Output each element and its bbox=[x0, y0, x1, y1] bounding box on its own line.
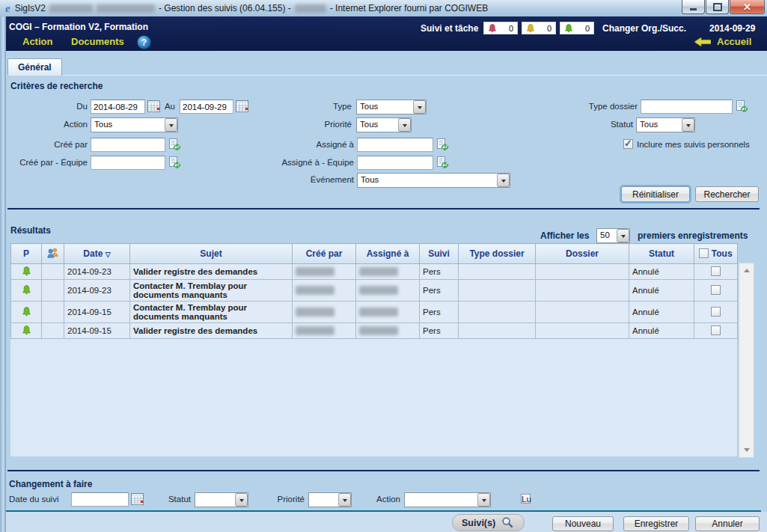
statut-dropdown[interactable]: Tous bbox=[636, 117, 695, 132]
counter-green[interactable]: 0 bbox=[560, 22, 594, 34]
table-row[interactable]: 2014-09-15 Contacter M. Tremblay pour do… bbox=[11, 302, 738, 323]
dropdown-arrow-icon[interactable] bbox=[617, 229, 629, 242]
dropdown-arrow-icon[interactable] bbox=[165, 118, 177, 132]
menu-documents[interactable]: Documents bbox=[71, 36, 124, 47]
col-statut[interactable]: Statut bbox=[629, 244, 694, 264]
close-button[interactable]: ✕ bbox=[730, 0, 765, 14]
calendar-icon[interactable] bbox=[147, 100, 160, 112]
cell-sujet[interactable]: Valider registre des demandes bbox=[130, 323, 293, 339]
cell-cree-par bbox=[293, 264, 356, 280]
display-count-dropdown[interactable]: 50 bbox=[596, 228, 630, 243]
col-cree-par[interactable]: Créé par bbox=[293, 244, 356, 264]
cree-par-equipe-input[interactable] bbox=[91, 156, 165, 170]
change-statut-label: Statut bbox=[152, 495, 191, 504]
cree-par-equipe-label: Créé par - Équipe bbox=[6, 158, 88, 167]
change-action-label: Action bbox=[367, 495, 400, 504]
row-checkbox[interactable] bbox=[711, 307, 721, 317]
results-tbody: 2014-09-23 Valider registre des demandes… bbox=[11, 264, 738, 339]
du-input[interactable] bbox=[91, 100, 145, 114]
section-divider bbox=[7, 470, 760, 471]
counter-red[interactable]: 0 bbox=[483, 22, 518, 34]
dropdown-arrow-icon[interactable] bbox=[398, 118, 411, 132]
scroll-up-icon[interactable] bbox=[741, 265, 752, 276]
application-window: e SigIsV2 - Gestion des suivis (06.04.15… bbox=[0, 0, 767, 532]
counter-yellow[interactable]: 0 bbox=[522, 22, 556, 34]
action-dropdown[interactable]: Tous bbox=[91, 117, 178, 132]
au-input[interactable] bbox=[180, 100, 233, 114]
priorite-dropdown[interactable]: Tous bbox=[356, 117, 412, 132]
tab-general[interactable]: Général bbox=[7, 58, 62, 76]
results-scrollbar[interactable] bbox=[739, 263, 754, 458]
cree-par-input[interactable] bbox=[91, 138, 165, 152]
change-org-link[interactable]: Changer Org./Succ. bbox=[602, 23, 686, 34]
back-arrow-icon[interactable] bbox=[694, 37, 711, 46]
scroll-down-icon[interactable] bbox=[741, 444, 752, 456]
help-icon[interactable]: ? bbox=[137, 35, 151, 49]
assigne-input[interactable] bbox=[357, 138, 433, 152]
col-suivi[interactable]: Suivi bbox=[420, 244, 459, 264]
col-assignee-icon[interactable] bbox=[42, 244, 64, 264]
col-p[interactable]: P bbox=[11, 244, 42, 264]
dropdown-arrow-icon[interactable] bbox=[338, 493, 351, 507]
dropdown-arrow-icon[interactable] bbox=[235, 493, 248, 507]
redacted-text bbox=[296, 286, 334, 295]
col-dossier[interactable]: Dossier bbox=[536, 244, 629, 264]
calendar-icon[interactable] bbox=[131, 493, 144, 505]
lookup-icon[interactable] bbox=[168, 156, 181, 168]
search-button[interactable]: Rechercher bbox=[695, 186, 759, 202]
lookup-icon[interactable] bbox=[168, 138, 181, 150]
lookup-icon[interactable] bbox=[436, 156, 449, 168]
dropdown-arrow-icon[interactable] bbox=[497, 174, 510, 187]
title-module-name: - Gestion des suivis (06.04.155) - bbox=[159, 3, 291, 13]
dropdown-arrow-icon[interactable] bbox=[413, 100, 426, 114]
redacted-text bbox=[295, 4, 326, 13]
lookup-icon[interactable] bbox=[736, 100, 748, 112]
calendar-icon[interactable] bbox=[236, 100, 248, 112]
type-dossier-input[interactable] bbox=[641, 100, 733, 114]
window-left-frame[interactable] bbox=[0, 16, 6, 532]
cell-sujet[interactable]: Contacter M. Tremblay pour documents man… bbox=[130, 280, 293, 302]
minimize-button[interactable] bbox=[682, 0, 705, 14]
col-sujet[interactable]: Sujet bbox=[130, 244, 293, 264]
evenement-label: Événement bbox=[272, 175, 354, 184]
select-all-checkbox[interactable] bbox=[699, 248, 709, 258]
evenement-dropdown[interactable]: Tous bbox=[357, 173, 510, 188]
include-personal-label: Inclure mes suivis personnels bbox=[637, 140, 750, 149]
cancel-button[interactable]: Annuler bbox=[695, 516, 760, 531]
col-type-dossier[interactable]: Type dossier bbox=[459, 244, 536, 264]
window-titlebar[interactable]: e SigIsV2 - Gestion des suivis (06.04.15… bbox=[0, 0, 767, 17]
suivis-button[interactable]: Suivi(s) bbox=[452, 514, 525, 531]
row-checkbox[interactable] bbox=[711, 325, 721, 335]
change-statut-dropdown[interactable] bbox=[195, 492, 248, 507]
results-section-title: Résultats bbox=[10, 225, 51, 236]
dropdown-arrow-icon[interactable] bbox=[682, 118, 694, 132]
row-checkbox[interactable] bbox=[711, 266, 721, 276]
cell-sujet[interactable]: Contacter M. Tremblay pour documents man… bbox=[130, 302, 293, 323]
dropdown-arrow-icon[interactable] bbox=[477, 493, 490, 507]
change-action-dropdown[interactable] bbox=[404, 492, 491, 507]
people-icon bbox=[46, 247, 59, 258]
table-row[interactable]: 2014-09-15 Valider registre des demandes… bbox=[11, 323, 738, 339]
col-date[interactable]: Date ▽ bbox=[64, 244, 130, 264]
col-tous[interactable]: Tous bbox=[694, 244, 738, 264]
col-assigne-a[interactable]: Assigné à bbox=[356, 244, 420, 264]
change-priorite-dropdown[interactable] bbox=[308, 492, 352, 507]
lookup-icon[interactable] bbox=[436, 138, 449, 150]
table-row[interactable]: 2014-09-23 Contacter M. Tremblay pour do… bbox=[11, 280, 738, 302]
cell-type-dossier bbox=[459, 302, 536, 323]
home-link[interactable]: Accueil bbox=[717, 36, 751, 47]
table-row[interactable]: 2014-09-23 Valider registre des demandes… bbox=[11, 264, 738, 280]
row-checkbox[interactable] bbox=[711, 285, 721, 295]
new-button[interactable]: Nouveau bbox=[552, 516, 614, 531]
include-personal-checkbox[interactable] bbox=[623, 139, 633, 149]
reset-button[interactable]: Réinitialiser bbox=[621, 186, 690, 202]
save-button[interactable]: Enregistrer bbox=[623, 516, 689, 531]
assigne-equipe-input[interactable] bbox=[357, 156, 433, 170]
date-du-suivi-input[interactable] bbox=[71, 492, 129, 507]
restore-button[interactable] bbox=[706, 0, 729, 14]
cell-sujet[interactable]: Valider registre des demandes bbox=[130, 264, 293, 280]
redacted-text bbox=[359, 286, 398, 295]
cell-assigne-a bbox=[356, 280, 420, 302]
menu-action[interactable]: Action bbox=[22, 36, 52, 47]
type-dropdown[interactable]: Tous bbox=[356, 100, 427, 114]
